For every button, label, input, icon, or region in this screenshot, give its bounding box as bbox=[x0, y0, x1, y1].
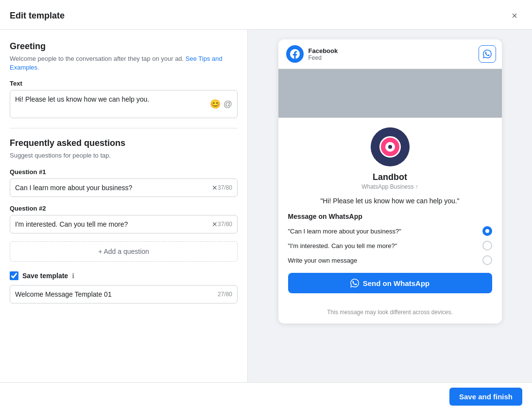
bot-avatar bbox=[371, 127, 410, 166]
emoji-button[interactable]: 😊 bbox=[210, 99, 221, 109]
modal-header: Edit template × bbox=[0, 0, 532, 30]
question1-label: Question #1 bbox=[10, 168, 238, 176]
question2-input[interactable] bbox=[15, 215, 212, 233]
facebook-avatar bbox=[286, 45, 304, 63]
bot-subtitle: WhatsApp Business ↑ bbox=[361, 183, 418, 190]
save-template-checkbox[interactable] bbox=[10, 271, 18, 280]
faq-desc: Suggest questions for people to tap. bbox=[10, 151, 238, 160]
send-whatsapp-button[interactable]: Send on WhatsApp bbox=[288, 273, 492, 293]
greeting-desc: Welcome people to the conversation after… bbox=[10, 54, 238, 72]
save-template-row: Save template ℹ bbox=[10, 271, 238, 280]
preview-header: Facebook Feed bbox=[278, 39, 502, 69]
preview-image bbox=[278, 69, 502, 118]
text-label: Text bbox=[10, 80, 238, 87]
left-panel: Greeting Welcome people to the conversat… bbox=[0, 30, 248, 384]
text-input-container: Hi! Please let us know how we can help y… bbox=[10, 90, 238, 118]
question2-input-wrapper: ✕ 37/80 bbox=[10, 215, 238, 233]
section-divider bbox=[10, 128, 238, 128]
wa-option-1: "Can I learn more about your business?" bbox=[288, 226, 492, 236]
send-button-label: Send on WhatsApp bbox=[363, 279, 430, 287]
right-panel: Facebook Feed bbox=[248, 30, 532, 384]
save-template-label[interactable]: Save template bbox=[22, 272, 68, 280]
preview-chat-area: Landbot WhatsApp Business ↑ "Hi! Please … bbox=[278, 118, 502, 303]
modal-title: Edit template bbox=[10, 11, 65, 21]
template-name-char-count: 27/80 bbox=[218, 291, 232, 298]
wa-section-title: Message on WhatsApp bbox=[288, 213, 492, 220]
wa-option-3-radio[interactable] bbox=[482, 255, 492, 265]
save-finish-button[interactable]: Save and finish bbox=[449, 388, 522, 406]
question1-char-count: 37/80 bbox=[218, 184, 232, 191]
template-name-input[interactable] bbox=[15, 285, 218, 303]
greeting-bubble: "Hi! Please let us know how we can help … bbox=[320, 197, 459, 205]
wa-option-1-radio[interactable] bbox=[482, 226, 492, 236]
template-name-wrapper: 27/80 bbox=[10, 285, 238, 303]
close-button[interactable]: × bbox=[507, 8, 522, 23]
question1-clear-button[interactable]: ✕ bbox=[212, 184, 218, 192]
wa-option-3-text: Write your own message bbox=[288, 257, 358, 264]
wa-option-3: Write your own message bbox=[288, 255, 492, 265]
greeting-title: Greeting bbox=[10, 41, 238, 52]
bot-name: Landbot bbox=[373, 172, 407, 182]
whatsapp-corner-icon bbox=[479, 45, 496, 63]
source-sub: Feed bbox=[309, 54, 338, 61]
mention-button[interactable]: @ bbox=[223, 99, 232, 109]
question1-input[interactable] bbox=[15, 179, 212, 196]
modal-footer: Save and finish bbox=[0, 382, 532, 410]
info-icon[interactable]: ℹ bbox=[72, 272, 74, 280]
main-content: Greeting Welcome people to the conversat… bbox=[0, 30, 532, 384]
question2-label: Question #2 bbox=[10, 205, 238, 212]
source-name: Facebook bbox=[309, 47, 338, 54]
add-question-button[interactable]: + Add a question bbox=[10, 241, 238, 262]
preview-source-info: Facebook Feed bbox=[309, 47, 338, 61]
faq-title: Frequently asked questions bbox=[10, 138, 238, 148]
input-icons: 😊 @ bbox=[210, 99, 232, 109]
greeting-text-input[interactable]: Hi! Please let us know how we can help y… bbox=[10, 90, 237, 116]
preview-disclaimer: This message may look different across d… bbox=[278, 309, 502, 316]
wa-option-2: "I'm interested. Can you tell me more?" bbox=[288, 241, 492, 250]
wa-option-1-text: "Can I learn more about your business?" bbox=[288, 228, 401, 235]
question1-input-wrapper: ✕ 37/80 bbox=[10, 178, 238, 197]
question2-clear-button[interactable]: ✕ bbox=[212, 220, 218, 228]
preview-card: Facebook Feed bbox=[278, 39, 502, 323]
question2-char-count: 37/80 bbox=[218, 221, 232, 228]
wa-option-2-text: "I'm interested. Can you tell me more?" bbox=[288, 242, 397, 250]
wa-option-2-radio[interactable] bbox=[482, 241, 492, 250]
